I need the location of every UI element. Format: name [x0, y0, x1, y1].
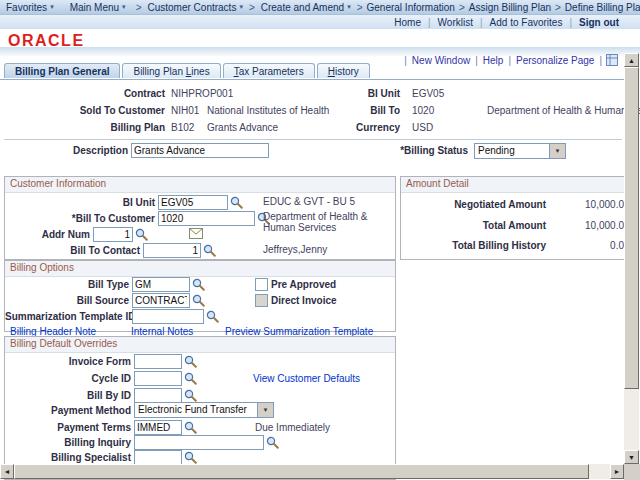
breadcrumb-separator: > [455, 2, 469, 13]
total-billing-history-label: Total Billing History [401, 240, 546, 251]
billing-inquiry-lookup-icon[interactable] [266, 436, 280, 449]
vertical-scrollbar[interactable]: ▲ ▼ [624, 53, 639, 464]
bill-to-contact-desc: Jeffreys,Jenny [263, 244, 327, 255]
view-customer-defaults-link[interactable]: View Customer Defaults [253, 373, 360, 384]
envelope-icon[interactable] [189, 228, 203, 241]
payment-terms-label: Payment Terms [5, 422, 131, 433]
bill-to-contact-lookup-icon[interactable] [203, 244, 217, 257]
personalize-page-link[interactable]: Personalize Page [511, 55, 599, 66]
vertical-scroll-thumb[interactable] [624, 67, 639, 389]
tab-history[interactable]: History [317, 63, 370, 78]
cycle-id-input[interactable] [134, 371, 182, 386]
addr-num-lookup-icon[interactable] [135, 228, 149, 241]
invoice-form-label: Invoice Form [5, 356, 131, 367]
invoice-form-input[interactable] [134, 354, 182, 369]
payment-terms-input[interactable] [134, 420, 182, 435]
billing-plan-value: B102 [171, 122, 194, 133]
bill-to-desc: Department of Health & Human Services [487, 105, 640, 116]
horizontal-scrollbar[interactable]: ◄ ► [0, 464, 624, 479]
billing-inquiry-input[interactable] [134, 435, 264, 450]
internal-notes-link[interactable]: Internal Notes [131, 326, 193, 337]
favorites-menu[interactable]: Favorites ▾ [0, 2, 60, 13]
bill-to-customer-desc: Department of Health & Human Services [263, 211, 391, 233]
bi-unit-field-label: BI Unit [5, 197, 155, 208]
tab-tax-parameters[interactable]: Tax Parameters [223, 63, 315, 78]
invoice-form-lookup-icon[interactable] [184, 355, 198, 368]
bill-source-input[interactable] [132, 293, 190, 308]
breadcrumb-separator: > [245, 2, 259, 13]
bi-unit-label: BI Unit [340, 88, 400, 99]
scroll-left-icon[interactable]: ◄ [0, 464, 14, 479]
billing-options-box: Billing Options Bill Type Pre Approved B… [4, 260, 396, 332]
billing-inquiry-label: Billing Inquiry [5, 437, 131, 448]
scroll-down-icon[interactable]: ▼ [624, 450, 639, 464]
dropdown-arrow-icon[interactable]: ▼ [257, 403, 273, 417]
scroll-up-icon[interactable]: ▲ [624, 53, 639, 67]
breadcrumb-customer-contracts[interactable]: Customer Contracts ▾ [145, 2, 244, 13]
breadcrumb-separator: > [551, 2, 565, 13]
breadcrumb-define-billing-plan[interactable]: Define Billing Plan [565, 2, 640, 13]
bill-to-contact-input[interactable] [143, 243, 201, 258]
billing-specialist-label: Billing Specialist [5, 452, 131, 463]
contract-value: NIHPROP001 [171, 88, 233, 99]
preview-summarization-template-link[interactable]: Preview Summarization Template [225, 326, 373, 337]
cycle-id-lookup-icon[interactable] [184, 372, 198, 385]
chevron-down-icon: ▾ [122, 3, 126, 11]
page-grid-icon[interactable] [606, 54, 620, 67]
breadcrumb-general-information[interactable]: General Information [367, 2, 455, 13]
main-menu[interactable]: Main Menu ▾ [64, 2, 132, 13]
chevron-down-icon: ▾ [239, 3, 243, 11]
new-window-link[interactable]: New Window [407, 55, 475, 66]
description-input[interactable] [131, 143, 269, 158]
summarization-template-lookup-icon[interactable] [206, 310, 220, 323]
breadcrumb-create-and-amend[interactable]: Create and Amend ▾ [259, 2, 353, 13]
tab-billing-plan-general[interactable]: Billing Plan General [4, 63, 120, 78]
bi-unit-lookup-icon[interactable] [230, 196, 244, 209]
horizontal-scroll-track[interactable] [14, 464, 610, 479]
vertical-scroll-track[interactable] [624, 67, 639, 450]
currency-value: USD [412, 122, 433, 133]
bill-type-label: Bill Type [5, 279, 129, 290]
tab-billing-plan-lines[interactable]: Billing Plan Lines [122, 63, 220, 78]
billing-status-select[interactable]: Pending ▼ [474, 143, 566, 159]
billing-specialist-lookup-icon[interactable] [184, 451, 198, 464]
cycle-id-label: Cycle ID [5, 373, 131, 384]
customer-information-box: Customer Information BI Unit *Bill To Cu… [4, 176, 396, 260]
negotiated-amount-label: Negotiated Amount [401, 199, 546, 210]
sold-to-customer-desc: National Institutes of Health [207, 105, 329, 116]
total-amount-value: 10,000.0 [546, 220, 629, 231]
bill-type-input[interactable] [132, 277, 190, 292]
payment-terms-desc: Due Immediately [255, 422, 330, 433]
summarization-template-label: Summarization Template ID [5, 311, 129, 322]
add-to-favorites-link[interactable]: Add to Favorites [483, 17, 570, 28]
contract-label: Contract [0, 88, 165, 99]
sold-to-customer-value: NIH01 [171, 105, 199, 116]
payment-method-select[interactable]: Electronic Fund Transfer ▼ [134, 402, 274, 418]
billing-status-label: *Billing Status [372, 145, 468, 156]
customer-information-title: Customer Information [5, 177, 395, 193]
payment-terms-lookup-icon[interactable] [184, 421, 198, 434]
breadcrumb-assign-billing-plan[interactable]: Assign Billing Plan [469, 2, 551, 13]
bill-type-lookup-icon[interactable] [192, 278, 206, 291]
summarization-template-input[interactable] [132, 309, 204, 324]
header-separator [4, 139, 622, 140]
worklist-link[interactable]: Worklist [431, 17, 480, 28]
logo-band: ORACLE [0, 29, 640, 47]
addr-num-input[interactable] [93, 227, 133, 242]
scroll-right-icon[interactable]: ► [610, 464, 624, 479]
bi-unit-input[interactable] [158, 195, 228, 210]
dropdown-arrow-icon[interactable]: ▼ [549, 144, 565, 158]
payment-method-label: Payment Method [5, 405, 131, 416]
pre-approved-checkbox[interactable] [255, 278, 268, 291]
utility-bar: Home | Worklist | Add to Favorites | Sig… [0, 15, 640, 29]
horizontal-scroll-thumb[interactable] [14, 464, 589, 479]
billing-header-note-link[interactable]: Billing Header Note [10, 326, 96, 337]
sign-out-link[interactable]: Sign out [572, 17, 626, 28]
bill-by-id-lookup-icon[interactable] [184, 389, 198, 402]
chevron-down-icon: ▾ [50, 3, 54, 11]
home-link[interactable]: Home [387, 17, 428, 28]
peoplesoft-billing-plan-page: Favorites ▾ Main Menu ▾ > Customer Contr… [0, 0, 640, 480]
help-link[interactable]: Help [478, 55, 509, 66]
bill-to-customer-input[interactable] [158, 211, 255, 226]
bill-source-lookup-icon[interactable] [192, 294, 206, 307]
